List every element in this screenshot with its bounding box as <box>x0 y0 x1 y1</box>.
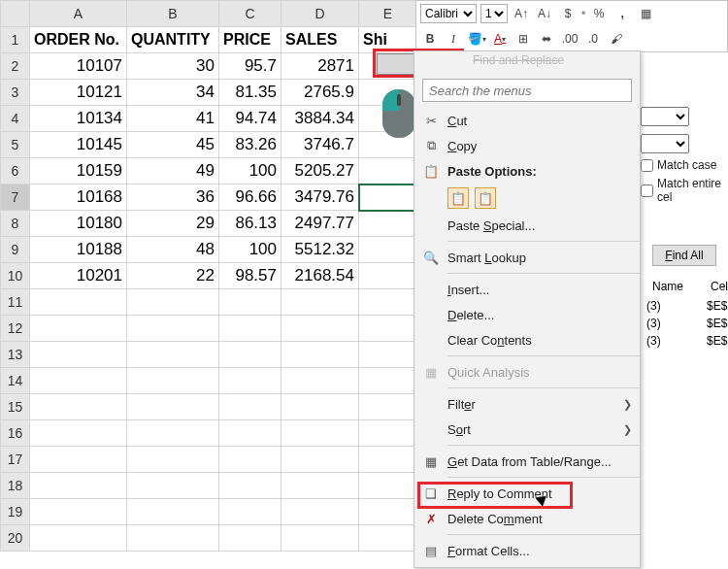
italic-button[interactable]: I <box>444 29 463 49</box>
col-header-a[interactable]: A <box>30 1 127 27</box>
cell[interactable]: 96.66 <box>219 184 281 211</box>
row-header[interactable]: 9 <box>1 237 30 263</box>
borders-icon[interactable]: ⊞ <box>513 29 533 49</box>
percent-icon[interactable]: % <box>589 4 609 23</box>
cell-a1[interactable]: ORDER No. <box>30 27 127 53</box>
col-header-e[interactable]: E <box>359 1 417 27</box>
select-all-corner[interactable] <box>1 1 30 27</box>
result-row[interactable]: (3)$E$ <box>646 315 727 332</box>
cell[interactable]: 2497.77 <box>281 211 359 237</box>
row-header[interactable]: 6 <box>1 158 30 184</box>
row-header[interactable]: 13 <box>1 342 30 368</box>
cell[interactable]: 41 <box>127 106 219 132</box>
row-header[interactable]: 17 <box>1 447 30 473</box>
cell[interactable] <box>359 211 417 237</box>
cell[interactable]: 100 <box>219 158 281 184</box>
currency-icon[interactable]: $ <box>558 4 578 23</box>
cell[interactable]: 10121 <box>30 80 127 106</box>
cell[interactable]: 3884.34 <box>281 106 359 132</box>
increase-font-icon[interactable]: A↑ <box>512 4 531 23</box>
menu-clear-contents[interactable]: Clear Contents <box>414 327 640 352</box>
font-name-select[interactable]: Calibri <box>420 4 477 23</box>
cell[interactable]: 98.57 <box>219 263 281 289</box>
cell[interactable] <box>359 158 417 184</box>
cell[interactable]: 2871 <box>281 53 359 80</box>
cell[interactable]: 2168.54 <box>281 263 359 289</box>
row-header[interactable]: 8 <box>1 211 30 237</box>
cell[interactable]: 2765.9 <box>281 80 359 106</box>
cell[interactable]: 36 <box>127 184 219 211</box>
cell[interactable]: 22 <box>127 263 219 289</box>
row-header[interactable]: 2 <box>1 53 30 80</box>
row-header[interactable]: 5 <box>1 132 30 158</box>
menu-delete[interactable]: Delete... <box>414 302 640 327</box>
cell[interactable]: 86.13 <box>219 211 281 237</box>
cell[interactable]: 10107 <box>30 53 127 80</box>
cell[interactable] <box>359 237 417 263</box>
cell[interactable]: 94.74 <box>219 106 281 132</box>
cell[interactable] <box>359 184 417 211</box>
cell[interactable]: 81.35 <box>219 80 281 106</box>
result-row[interactable]: (3)$E$ <box>646 297 727 315</box>
comma-icon[interactable]: , <box>612 4 632 23</box>
cell[interactable]: 5512.32 <box>281 237 359 263</box>
find-all-button[interactable]: Find All <box>652 245 716 266</box>
cell-b1[interactable]: QUANTITY <box>127 27 219 53</box>
row-header[interactable]: 12 <box>1 316 30 342</box>
row-header[interactable]: 11 <box>1 289 30 316</box>
col-header-b[interactable]: B <box>127 1 219 27</box>
format-table-icon[interactable]: ▦ <box>636 4 655 23</box>
dec-decimal-icon[interactable]: .0 <box>583 29 603 49</box>
col-header-c[interactable]: C <box>219 1 281 27</box>
cell[interactable]: 10180 <box>30 211 127 237</box>
row-header[interactable]: 15 <box>1 394 30 420</box>
font-color-icon[interactable]: A▾ <box>490 29 510 49</box>
cell[interactable]: 10188 <box>30 237 127 263</box>
menu-copy[interactable]: ⧉ Copy <box>414 133 640 158</box>
within-select[interactable] <box>641 107 689 126</box>
cell[interactable]: 83.26 <box>219 132 281 158</box>
cell[interactable]: 29 <box>127 211 219 237</box>
row-header[interactable]: 16 <box>1 420 30 447</box>
cell[interactable]: 10145 <box>30 132 127 158</box>
row-header[interactable]: 3 <box>1 80 30 106</box>
cell[interactable]: 95.7 <box>219 53 281 80</box>
font-size-select[interactable]: 11 <box>480 4 508 23</box>
row-header[interactable]: 18 <box>1 473 30 499</box>
inc-decimal-icon[interactable]: .00 <box>560 29 579 49</box>
cell[interactable]: 30 <box>127 53 219 80</box>
menu-cut[interactable]: ✂ Cut <box>414 108 640 133</box>
decrease-font-icon[interactable]: A↓ <box>535 4 554 23</box>
row-header[interactable]: 20 <box>1 525 30 552</box>
cell[interactable]: 45 <box>127 132 219 158</box>
cell[interactable]: 100 <box>219 237 281 263</box>
cell[interactable]: 49 <box>127 158 219 184</box>
cell[interactable]: 10168 <box>30 184 127 211</box>
menu-paste-special[interactable]: Paste Special... <box>414 213 640 238</box>
result-row[interactable]: (3)$E$ <box>646 332 727 350</box>
cell[interactable]: 48 <box>127 237 219 263</box>
row-header-1[interactable]: 1 <box>1 27 30 53</box>
menu-filter[interactable]: Filter ❯ <box>414 391 640 417</box>
cell[interactable]: 10159 <box>30 158 127 184</box>
cell-c1[interactable]: PRICE <box>219 27 281 53</box>
menu-delete-comment[interactable]: ✗ Delete Comment <box>414 506 640 531</box>
search-select[interactable] <box>641 134 689 153</box>
menu-sort[interactable]: Sort ❯ <box>414 417 640 442</box>
match-entire-checkbox[interactable] <box>641 184 653 197</box>
row-header[interactable]: 19 <box>1 499 30 525</box>
cell[interactable]: 3746.7 <box>281 132 359 158</box>
cell[interactable]: 5205.27 <box>281 158 359 184</box>
menu-search[interactable] <box>422 79 632 102</box>
row-header[interactable]: 10 <box>1 263 30 289</box>
menu-search-input[interactable] <box>422 79 632 102</box>
paste-opt-1[interactable]: 📋 <box>447 187 469 209</box>
format-painter-icon[interactable]: 🖌 <box>607 29 626 49</box>
row-header[interactable]: 14 <box>1 368 30 394</box>
bold-button[interactable]: B <box>420 29 440 49</box>
fill-color-icon[interactable]: 🪣▾ <box>467 29 486 49</box>
cell[interactable]: 10134 <box>30 106 127 132</box>
menu-smart-lookup[interactable]: 🔍 Smart Lookup <box>414 245 640 270</box>
cell[interactable] <box>359 263 417 289</box>
merge-icon[interactable]: ⬌ <box>537 29 556 49</box>
